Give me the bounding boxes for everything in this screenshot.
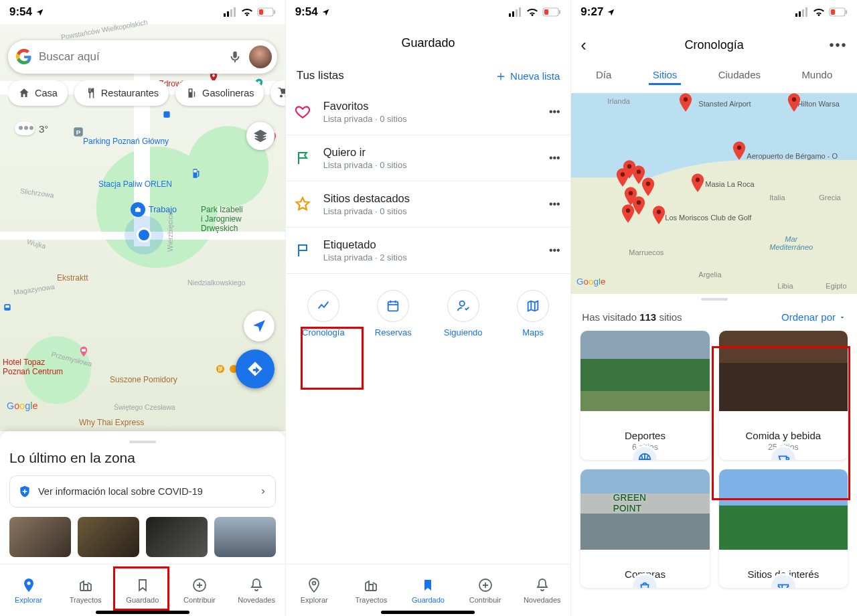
gallery-thumb[interactable] (78, 517, 139, 557)
list-item-starred[interactable]: Sitios destacadosLista privada · 0 sitio… (286, 181, 571, 228)
bottom-sheet[interactable]: Lo último en la zona Ver información loc… (0, 431, 285, 564)
visited-places-map[interactable]: Irlanda Stansted Airport Hilton Warsa Ae… (571, 93, 857, 294)
nav-label: Novedades (524, 596, 561, 604)
work-label: Trabajo (149, 205, 177, 214)
poi-parking: Parking Poznań Główny (83, 137, 169, 146)
poi-topaz: Hotel Topaz Poznań Centrum (3, 358, 63, 376)
svg-point-42 (684, 97, 688, 101)
tab-places[interactable]: Sitios (649, 66, 682, 85)
covid-banner[interactable]: Ver información local sobre COVID-19 (9, 475, 276, 508)
chip-gas[interactable]: Gasolineras (175, 80, 264, 106)
map-country: Italia (769, 194, 785, 202)
battery-low-icon (542, 7, 561, 17)
flag-icon (295, 150, 311, 166)
gallery-thumb[interactable] (214, 517, 276, 557)
search-bar[interactable] (8, 40, 277, 74)
quick-following[interactable]: Siguiendo (432, 290, 495, 337)
poi-orlen: Stacja Paliw ORLEN (98, 179, 172, 189)
map-country: Marruecos (629, 248, 664, 256)
more-menu[interactable]: ••• (829, 37, 848, 53)
chip-restaurants[interactable]: Restaurantes (74, 80, 169, 106)
svg-rect-41 (846, 10, 847, 14)
quick-reservations[interactable]: Reservas (362, 290, 424, 337)
grab-handle[interactable] (129, 441, 156, 443)
gallery-thumb[interactable] (146, 517, 208, 557)
calendar-icon (386, 299, 400, 313)
svg-point-32 (459, 301, 464, 306)
gallery-thumb[interactable] (9, 517, 71, 557)
search-input[interactable] (39, 50, 221, 64)
svg-rect-25 (512, 11, 514, 17)
sort-button[interactable]: Ordenar por (781, 311, 846, 323)
quick-label: Cronología (302, 327, 345, 337)
layers-button[interactable] (246, 122, 275, 150)
card-food[interactable]: Comida y bebida25 sitios (719, 331, 848, 460)
nav-updates[interactable]: Novedades (514, 564, 570, 616)
svg-rect-24 (509, 13, 511, 17)
svg-point-47 (621, 172, 625, 176)
tab-day[interactable]: Día (592, 66, 615, 85)
visited-summary: Has visitado 113 sitios Ordenar por (571, 301, 857, 331)
more-button[interactable]: ••• (546, 198, 562, 210)
more-button[interactable]: ••• (546, 152, 562, 164)
quick-maps[interactable]: Maps (501, 290, 564, 337)
list-item-want-to-go[interactable]: Quiero irLista privada · 0 sitios ••• (286, 135, 571, 181)
nav-contribute[interactable]: Contribuir (171, 564, 228, 616)
map-place: Masia La Roca (705, 180, 754, 188)
card-sports[interactable]: Deportes6 sitios (580, 331, 709, 460)
nav-commute[interactable]: Trayectos (57, 564, 114, 616)
nav-commute[interactable]: Trayectos (343, 564, 400, 616)
nav-updates[interactable]: Novedades (228, 564, 285, 616)
row-title: Etiquetado (323, 238, 535, 251)
row-subtitle: Lista privada · 0 sitios (323, 114, 535, 124)
svg-rect-3 (234, 7, 236, 17)
wifi-icon (240, 7, 254, 17)
mic-icon[interactable] (228, 50, 242, 64)
svg-point-53 (657, 210, 661, 214)
my-location-button[interactable] (244, 311, 275, 341)
poi-ekstraktt: Ekstraktt (57, 273, 88, 283)
road-label: Magazynowa (13, 283, 55, 296)
visited-pin-icon (621, 204, 635, 223)
chip-cart[interactable] (270, 80, 285, 106)
svg-rect-37 (802, 9, 804, 17)
visited-pin-icon (678, 93, 693, 112)
list-item-favorites[interactable]: FavoritosLista privada · 0 sitios ••• (286, 89, 571, 135)
profile-avatar[interactable] (249, 46, 272, 68)
plus-circle-icon (191, 577, 208, 593)
list-item-labeled[interactable]: EtiquetadoLista privada · 2 sitios ••• (286, 228, 571, 274)
svg-rect-0 (224, 13, 226, 17)
card-attractions[interactable]: Sitios de interés (719, 469, 848, 588)
directions-button[interactable] (236, 350, 275, 388)
map-country: Irlanda (607, 97, 630, 105)
google-watermark: Google (576, 275, 614, 289)
status-bar: 9:54 (286, 0, 571, 24)
nav-saved[interactable]: Guardado (114, 564, 171, 616)
card-image (719, 469, 848, 550)
nav-explore[interactable]: Explorar (286, 564, 343, 616)
svg-point-44 (737, 145, 741, 149)
new-list-button[interactable]: ＋Nueva lista (494, 70, 560, 82)
work-location-pin[interactable]: Trabajo (131, 202, 177, 217)
nav-contribute[interactable]: Contribuir (457, 564, 514, 616)
road-label: Slichrzowa (19, 187, 54, 200)
quick-timeline[interactable]: Cronología (292, 290, 355, 337)
tab-world[interactable]: Mundo (797, 66, 836, 85)
google-logo-icon (16, 49, 32, 65)
chip-home[interactable]: Casa (8, 80, 68, 106)
card-shopping[interactable]: Compras (580, 469, 709, 588)
battery-low-icon (829, 7, 848, 17)
category-cards: Deportes6 sitios Comida y bebida25 sitio… (571, 331, 857, 588)
nav-saved[interactable]: Guardado (400, 564, 457, 616)
bus-stop-icon (3, 303, 12, 312)
svg-text:Google: Google (576, 277, 605, 287)
bookmark-icon (420, 577, 436, 593)
nav-explore[interactable]: Explorar (0, 564, 57, 616)
svg-rect-5 (259, 9, 263, 15)
more-button[interactable]: ••• (546, 106, 562, 118)
back-button[interactable]: ‹ (580, 35, 599, 56)
tab-cities[interactable]: Ciudades (714, 66, 765, 85)
location-arrow-icon (251, 318, 267, 334)
more-button[interactable]: ••• (546, 244, 562, 256)
lists-header: Tus listas ＋Nueva lista (286, 56, 571, 89)
